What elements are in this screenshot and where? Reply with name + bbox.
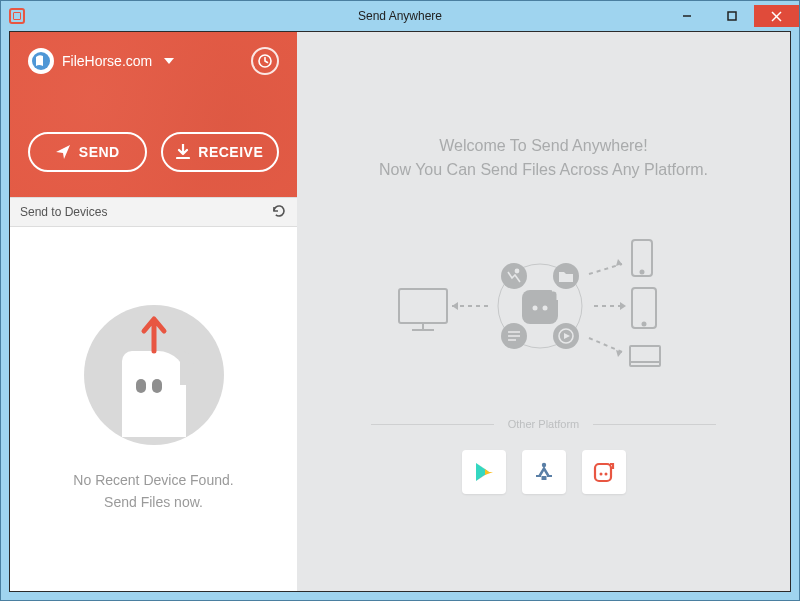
svg-point-30 bbox=[642, 323, 645, 326]
svg-rect-34 bbox=[541, 476, 546, 480]
app-window: Send Anywhere bbox=[0, 0, 800, 601]
receive-button[interactable]: RECEIVE bbox=[161, 132, 280, 172]
send-anywhere-web-button[interactable] bbox=[582, 450, 626, 494]
welcome-text: Welcome To Send Anywhere! Now You Can Se… bbox=[379, 134, 708, 182]
left-panel: FileHorse.com SEND bbox=[10, 32, 297, 591]
empty-illustration bbox=[84, 305, 224, 445]
send-icon bbox=[55, 144, 71, 160]
svg-point-28 bbox=[640, 271, 643, 274]
svg-point-16 bbox=[532, 306, 537, 311]
google-play-button[interactable] bbox=[462, 450, 506, 494]
app-store-button[interactable] bbox=[522, 450, 566, 494]
svg-point-37 bbox=[604, 473, 607, 476]
svg-rect-7 bbox=[399, 289, 447, 323]
svg-point-22 bbox=[515, 269, 518, 272]
client-area: FileHorse.com SEND bbox=[9, 31, 791, 592]
app-store-icon bbox=[532, 460, 556, 484]
upload-arrow-icon bbox=[138, 311, 170, 355]
brand-icon bbox=[28, 48, 54, 74]
svg-point-36 bbox=[599, 473, 602, 476]
svg-rect-35 bbox=[595, 464, 611, 481]
empty-line-2: Send Files now. bbox=[104, 491, 203, 513]
other-platform-divider: Other Platform bbox=[371, 418, 716, 430]
titlebar: Send Anywhere bbox=[1, 1, 799, 31]
svg-line-13 bbox=[589, 338, 622, 352]
sync-diagram bbox=[394, 234, 694, 394]
refresh-icon bbox=[271, 203, 287, 219]
clock-icon bbox=[258, 54, 272, 68]
download-icon bbox=[176, 144, 190, 160]
google-play-icon bbox=[473, 461, 495, 483]
send-anywhere-icon bbox=[592, 460, 616, 484]
send-button[interactable]: SEND bbox=[28, 132, 147, 172]
brand-name: FileHorse.com bbox=[62, 53, 152, 69]
refresh-button[interactable] bbox=[271, 203, 287, 222]
devices-section-label: Send to Devices bbox=[20, 205, 107, 219]
send-label: SEND bbox=[79, 144, 120, 160]
brand-dropdown-icon[interactable] bbox=[164, 58, 174, 64]
welcome-line-1: Welcome To Send Anywhere! bbox=[379, 134, 708, 158]
other-platform-label: Other Platform bbox=[508, 418, 580, 430]
svg-rect-15 bbox=[522, 290, 558, 324]
hero-top: FileHorse.com bbox=[28, 42, 279, 80]
devices-section-header: Send to Devices bbox=[10, 197, 297, 227]
platform-buttons bbox=[462, 450, 626, 494]
welcome-line-2: Now You Can Send Files Across Any Platfo… bbox=[379, 158, 708, 182]
window-title: Send Anywhere bbox=[1, 9, 799, 23]
hero: FileHorse.com SEND bbox=[10, 32, 297, 197]
empty-line-1: No Recent Device Found. bbox=[73, 469, 233, 491]
devices-empty-state: No Recent Device Found. Send Files now. bbox=[10, 227, 297, 591]
right-panel: Welcome To Send Anywhere! Now You Can Se… bbox=[297, 32, 790, 591]
svg-point-17 bbox=[542, 306, 547, 311]
receive-label: RECEIVE bbox=[198, 144, 263, 160]
history-button[interactable] bbox=[251, 47, 279, 75]
